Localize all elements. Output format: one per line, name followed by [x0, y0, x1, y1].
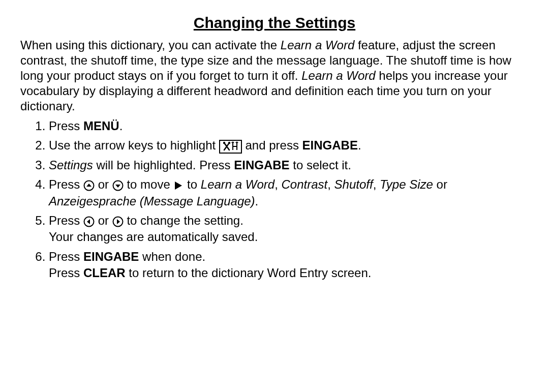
step-text: to change the setting.: [127, 214, 243, 227]
step-text: to move: [127, 177, 173, 191]
step-text: to return to the dictionary Word Entry s…: [126, 266, 372, 280]
arrow-up-icon: [83, 177, 98, 191]
settings-icon: [219, 138, 246, 152]
arrow-down-icon: [112, 177, 127, 191]
option-contrast: Contrast: [282, 177, 328, 191]
step-text: and press: [246, 138, 302, 152]
step-5: Press or to change the setting. Your cha…: [49, 213, 529, 246]
step-1: Press MENÜ.: [49, 118, 529, 134]
svg-point-2: [228, 141, 230, 143]
step-text: Press: [49, 119, 83, 133]
step-text: to select it.: [290, 158, 351, 172]
intro-paragraph: When using this dictionary, you can acti…: [20, 38, 529, 114]
step-text: Press: [49, 177, 83, 191]
eingabe-key: EINGABE: [83, 250, 139, 263]
intro-em1: Learn a Word: [281, 38, 354, 52]
option-shutoff: Shutoff: [334, 177, 373, 191]
step-2: Use the arrow keys to highlight and pres…: [49, 137, 529, 154]
step-text: when done.: [139, 250, 205, 263]
svg-point-1: [223, 141, 225, 143]
step-text: Your changes are automatically saved.: [49, 229, 529, 245]
eingabe-key: EINGABE: [234, 158, 289, 172]
step-text: .: [358, 138, 361, 152]
step-text: .: [255, 194, 259, 208]
step-3: Settings will be highlighted. Press EING…: [49, 157, 529, 173]
step-text: Use the arrow keys to highlight: [49, 138, 219, 152]
page-title: Changing the Settings: [20, 14, 529, 32]
arrow-right-icon: [112, 214, 127, 227]
option-learn-a-word: Learn a Word: [201, 177, 274, 191]
intro-em2: Learn a Word: [301, 69, 375, 82]
step-text: Press: [49, 266, 83, 280]
eingabe-key: EINGABE: [302, 138, 358, 152]
step-text: or: [433, 177, 447, 191]
option-type-size: Type Size: [380, 177, 433, 191]
document-page: Changing the Settings When using this di…: [0, 0, 549, 282]
step-text: .: [119, 119, 123, 133]
step-text: will be highlighted. Press: [93, 158, 234, 172]
clear-key: CLEAR: [83, 266, 126, 280]
arrow-left-icon: [83, 214, 98, 227]
intro-text: When using this dictionary, you can acti…: [20, 38, 281, 52]
menu-key: MENÜ: [83, 119, 119, 133]
step-6: Press EINGABE when done. Press CLEAR to …: [49, 249, 529, 282]
step-text: or: [98, 214, 112, 227]
step-text: ,: [327, 177, 334, 191]
step-text: Press: [49, 214, 83, 227]
step-text: ,: [373, 177, 380, 191]
step-text: ,: [274, 177, 281, 191]
step-text: Press: [49, 250, 83, 263]
step-4: Press or to move to Learn: [49, 176, 529, 209]
pointer-right-icon: [173, 177, 187, 191]
steps-list: Press MENÜ. Use the arrow keys to highli…: [30, 118, 529, 282]
step-text: to: [187, 177, 201, 191]
svg-rect-0: [220, 140, 241, 153]
settings-word: Settings: [49, 158, 93, 172]
option-message-language: Anzeigesprache (Message Language): [49, 194, 255, 208]
step-text: or: [98, 177, 112, 191]
